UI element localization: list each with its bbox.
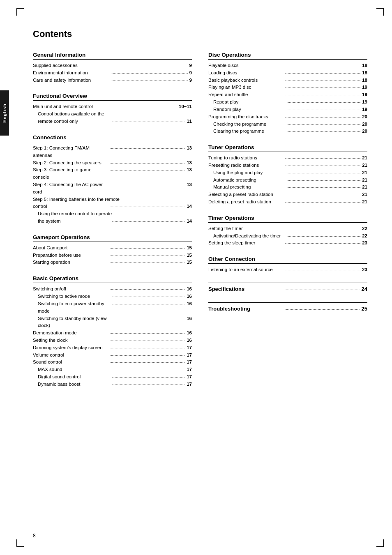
section-disc-operations: Disc Operations Playable discs 18 Loadin… (208, 52, 367, 135)
section-title-general-info: General Information (33, 52, 192, 60)
toc-item: Step 1: Connecting FM/AM antennas 13 (33, 145, 192, 159)
toc-item: Automatic presetting 21 (208, 177, 367, 184)
toc-item: Programming the disc tracks 20 (208, 113, 367, 121)
toc-item: the system 14 (33, 218, 192, 225)
toc-item: Dynamic bass boost 17 (33, 381, 192, 388)
toc-item: Starting operation 15 (33, 259, 192, 266)
toc-item: Switching to eco power standby mode 16 (33, 300, 192, 315)
toc-item: Switching to standby mode (view clock) 1… (33, 315, 192, 330)
section-title-basic-ops: Basic Operations (33, 275, 192, 283)
toc-item: Sound control 17 (33, 359, 192, 366)
section-title-gameport: Gameport Operations (33, 234, 192, 242)
toc-item: Repeat and shuffle 19 (208, 91, 367, 99)
toc-item: Selecting a preset radio station 21 (208, 191, 367, 198)
section-title-disc-ops: Disc Operations (208, 52, 367, 60)
toc-item: Basic playback controls 18 (208, 77, 367, 84)
side-tab-label: English (2, 104, 7, 123)
toc-item: Dimming system's display screen 17 (33, 344, 192, 352)
section-title-functional-overview: Functional Overview (33, 93, 192, 101)
corner-mark-bl (16, 539, 24, 547)
corner-mark-tl (16, 8, 24, 16)
toc-item: Using the plug and play 21 (208, 169, 367, 177)
toc-item: Main unit and remote control 10–11 (33, 103, 192, 111)
content-columns: General Information Supplied accessories… (33, 52, 367, 397)
toc-item: Manual presetting 21 (208, 184, 367, 191)
section-gameport-operations: Gameport Operations About Gameport 15 Pr… (33, 234, 192, 266)
page-title: Contents (33, 29, 367, 39)
section-basic-operations: Basic Operations Switching on/off 16 Swi… (33, 275, 192, 388)
toc-item: Random play 19 (208, 106, 367, 113)
toc-item: Switching to active mode 16 (33, 293, 192, 300)
toc-item: Supplied accessories 9 (33, 62, 192, 69)
section-timer-operations: Timer Operations Setting the timer 22 Ac… (208, 215, 367, 247)
section-connections: Connections Step 1: Connecting FM/AM ant… (33, 134, 192, 225)
toc-item: Setting the clock 16 (33, 337, 192, 344)
section-title-other-connection: Other Connection (208, 256, 367, 264)
toc-item: Step 2: Connecting the speakers 13 (33, 159, 192, 167)
toc-item: Switching on/off 16 (33, 286, 192, 293)
toc-item: Repeat play 19 (208, 99, 367, 106)
toc-item: Listening to an external source 23 (208, 266, 367, 274)
section-title-tuner-ops: Tuner Operations (208, 144, 367, 152)
left-column: General Information Supplied accessories… (33, 52, 192, 397)
section-specifications: Specifications 24 (208, 283, 367, 293)
section-other-connection: Other Connection Listening to an externa… (208, 256, 367, 274)
toc-item: Care and safety information 9 (33, 77, 192, 84)
toc-item: Activating/Deactivating the timer 22 (208, 233, 367, 240)
toc-item: Step 5: Inserting batteries into the rem… (33, 196, 192, 203)
section-functional-overview: Functional Overview Main unit and remote… (33, 93, 192, 125)
toc-item-troubleshooting: Troubleshooting 25 (208, 305, 367, 313)
toc-item: Environmental information 9 (33, 69, 192, 77)
toc-item: Loading discs 18 (208, 69, 367, 77)
toc-item: Clearing the programme 20 (208, 128, 367, 135)
toc-item: Setting the sleep timer 23 (208, 240, 367, 247)
page: English 8 Contents General Information S… (0, 0, 392, 555)
section-tuner-operations: Tuner Operations Tuning to radio station… (208, 144, 367, 206)
section-troubleshooting: Troubleshooting 25 (208, 302, 367, 313)
section-title-connections: Connections (33, 134, 192, 142)
toc-item-specifications: Specifications 24 (208, 285, 367, 293)
right-column: Disc Operations Playable discs 18 Loadin… (208, 52, 367, 397)
section-general-info: General Information Supplied accessories… (33, 52, 192, 84)
toc-item: Preparation before use 15 (33, 252, 192, 259)
toc-item: Playing an MP3 disc 19 (208, 84, 367, 91)
section-title-timer-ops: Timer Operations (208, 215, 367, 223)
toc-item: MAX sound 17 (33, 366, 192, 373)
toc-item: Using the remote control to operate (33, 210, 192, 218)
toc-item: Setting the timer 22 (208, 225, 367, 233)
toc-item: control 14 (33, 203, 192, 210)
toc-item: Step 3: Connecting to game console 13 (33, 166, 192, 181)
corner-mark-tr (376, 8, 384, 16)
page-number: 8 (33, 533, 36, 539)
side-tab: English (0, 90, 9, 136)
toc-item: Step 4: Connecting the AC power cord 13 (33, 181, 192, 196)
toc-item: Demonstration mode 16 (33, 329, 192, 337)
toc-item: Deleting a preset radio station 21 (208, 198, 367, 206)
toc-item: remote control only 11 (33, 118, 192, 125)
toc-item: Digital sound control 17 (33, 373, 192, 381)
toc-item: Volume control 17 (33, 352, 192, 359)
toc-item: Playable discs 18 (208, 62, 367, 69)
toc-item: Presetting radio stations 21 (208, 162, 367, 169)
corner-mark-br (376, 539, 384, 547)
toc-item: About Gameport 15 (33, 244, 192, 252)
toc-item: Checking the programme 20 (208, 121, 367, 128)
toc-item: Tuning to radio stations 21 (208, 154, 367, 162)
toc-item: Control buttons available on the (33, 111, 192, 118)
